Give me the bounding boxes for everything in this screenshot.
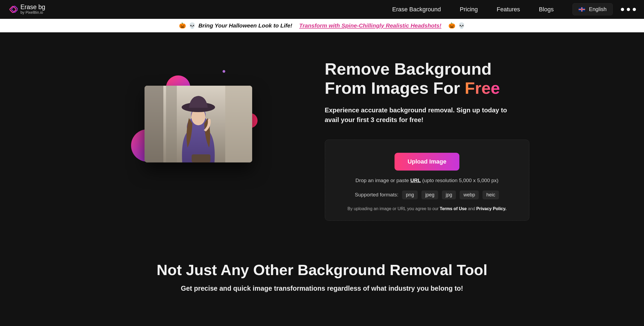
uk-flag-icon <box>579 7 585 12</box>
menu-dots[interactable] <box>621 8 636 11</box>
skull-icon: 💀 <box>189 22 196 29</box>
format-badge: jpg <box>442 190 456 199</box>
svg-rect-4 <box>225 86 252 162</box>
hero-title-line1: Remove Background <box>325 60 492 78</box>
hero-sample-image <box>145 86 252 162</box>
dot-icon <box>627 8 630 11</box>
drop-prefix: Drop an image or paste <box>356 178 410 183</box>
hero-title-free: Free <box>465 79 500 97</box>
section2-heading: Not Just Any Other Background Removal To… <box>11 261 633 279</box>
section2-sub: Get precise and quick image transformati… <box>11 285 633 292</box>
logo-subtitle: by PixelBin.io <box>20 11 45 15</box>
nav-pricing[interactable]: Pricing <box>460 6 478 13</box>
privacy-policy-link[interactable]: Privacy Policy. <box>476 206 506 211</box>
hero-subtitle: Experience accurate background removal. … <box>325 105 508 125</box>
language-selector[interactable]: English <box>572 3 613 15</box>
logo-text: Erase bg by PixelBin.io <box>20 4 45 15</box>
dot-icon <box>633 8 636 11</box>
drop-instruction: Drop an image or paste URL (upto resolut… <box>356 178 498 183</box>
terms-of-use-link[interactable]: Terms of Use <box>440 206 467 211</box>
svg-rect-3 <box>145 86 163 162</box>
decorative-bubble <box>223 70 225 73</box>
format-badge: heic <box>483 190 499 199</box>
promo-text: Bring Your Halloween Look to Life! <box>198 22 292 29</box>
promo-banner: 🎃 💀 Bring Your Halloween Look to Life! T… <box>0 19 644 32</box>
pumpkin-icon: 🎃 <box>448 22 455 29</box>
hero-section: Remove Background From Images For Free E… <box>0 32 644 237</box>
format-badge: webp <box>460 190 479 199</box>
hero-title: Remove Background From Images For Free <box>325 59 529 98</box>
pumpkin-icon: 🎃 <box>179 22 186 29</box>
promo-link[interactable]: Transform with Spine-Chillingly Realisti… <box>299 22 441 29</box>
upload-image-button[interactable]: Upload Image <box>395 153 459 171</box>
logo-icon <box>8 5 18 14</box>
terms-prefix: By uploading an image or URL you agree t… <box>347 206 440 211</box>
nav-features[interactable]: Features <box>497 6 520 13</box>
dot-icon <box>621 8 624 11</box>
paste-url-link[interactable]: URL <box>410 178 421 183</box>
logo-title: Erase bg <box>20 4 45 11</box>
terms-line: By uploading an image or URL you agree t… <box>347 206 506 211</box>
hero-illustration <box>115 59 282 189</box>
svg-rect-5 <box>166 86 177 162</box>
logo[interactable]: Erase bg by PixelBin.io <box>8 4 45 15</box>
supported-formats: Supported formats: png jpeg jpg webp hei… <box>355 190 499 199</box>
language-label: English <box>589 6 607 12</box>
format-badge: jpeg <box>421 190 438 199</box>
svg-rect-8 <box>192 154 210 162</box>
nav-erase-background[interactable]: Erase Background <box>392 6 441 13</box>
section-not-just-any: Not Just Any Other Background Removal To… <box>0 237 644 303</box>
nav-blogs[interactable]: Blogs <box>539 6 554 13</box>
skull-icon: 💀 <box>458 22 465 29</box>
formats-label: Supported formats: <box>355 192 399 198</box>
header-right-controls: English <box>572 3 636 15</box>
hero-content: Remove Background From Images For Free E… <box>325 59 529 221</box>
hero-title-line2a: From Images For <box>325 79 465 97</box>
drop-suffix: (upto resolution 5,000 x 5,000 px) <box>421 178 498 183</box>
upload-dropzone[interactable]: Upload Image Drop an image or paste URL … <box>325 140 529 221</box>
main-nav: Erase Background Pricing Features Blogs … <box>392 3 636 15</box>
terms-and: and <box>467 206 476 211</box>
format-badge: png <box>402 190 418 199</box>
header: Erase bg by PixelBin.io Erase Background… <box>0 0 644 19</box>
